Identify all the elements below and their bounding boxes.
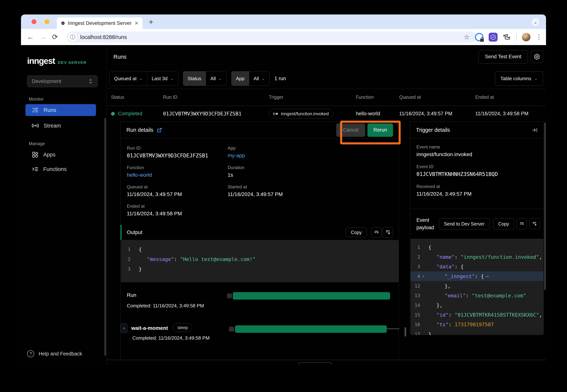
apps-grid-icon xyxy=(32,151,38,158)
run-completed-text: Completed: 11/16/2024, 3:49:58 PM xyxy=(127,303,204,309)
step-type-badge: sleep xyxy=(173,323,192,332)
run-function: hello-world xyxy=(356,111,399,117)
copy-payload-button[interactable]: Copy xyxy=(493,218,514,229)
trigger-badge: inngest/function.invoked xyxy=(269,109,333,119)
chevron-down-icon: ⌄ xyxy=(218,76,222,81)
trigger-panel-scrollbar[interactable] xyxy=(544,123,546,290)
help-and-feedback[interactable]: ? Help and Feedback xyxy=(27,350,82,357)
run-ended-at: 11/16/2024, 3:49:58 PM xyxy=(475,111,546,117)
external-link-icon[interactable] xyxy=(157,127,162,133)
event-icon xyxy=(273,111,279,116)
gear-icon xyxy=(533,53,540,60)
reload-icon[interactable]: ⟳ xyxy=(49,33,61,41)
field-label: Function xyxy=(127,165,228,170)
url-bar[interactable]: ⓘ localhost:8288/runs xyxy=(67,31,477,43)
run-details-panel: Run details Cancel Rerun Run ID01JCVBTMV… xyxy=(120,122,399,360)
monitor-section-label: Monitor xyxy=(29,97,44,102)
tab-close-icon[interactable]: ✕ xyxy=(134,20,139,26)
sidebar-item-functions[interactable]: Functions xyxy=(26,163,96,175)
sidebar-item-label: Stream xyxy=(44,123,61,129)
output-code-block[interactable]: 1{2"message": "Hello test@example.com!"3… xyxy=(121,240,399,282)
main-scrollbar[interactable] xyxy=(104,118,106,356)
load-more-button[interactable] xyxy=(298,362,332,365)
question-icon: ? xyxy=(27,350,34,357)
sidebar-item-stream[interactable]: Stream xyxy=(26,120,96,132)
site-info-icon[interactable]: ⓘ xyxy=(68,33,77,42)
filter-bar: Queued at⌄ Last 3d⌄ Status All⌄ App All⌄… xyxy=(107,68,546,89)
wrap-text-button[interactable] xyxy=(371,227,382,238)
back-icon[interactable]: ← xyxy=(24,33,37,41)
step-expand-button[interactable]: › xyxy=(120,323,128,333)
event-id-value: 01JCVBTMTKNHNHZ3SN64R51BQD xyxy=(416,171,498,177)
output-title: Output xyxy=(127,229,346,235)
output-header: Output Copy xyxy=(120,225,399,240)
step-name[interactable]: wait-a-moment xyxy=(131,325,168,331)
settings-gear-button[interactable] xyxy=(531,51,543,63)
trigger-details-title: Trigger details xyxy=(416,127,450,133)
runs-list-icon xyxy=(32,107,39,113)
collapse-panel-icon[interactable] xyxy=(532,127,538,133)
started-at-value: 11/16/2024, 3:49:57 PM xyxy=(228,191,392,197)
send-to-dev-server-button[interactable]: Send to Dev Server xyxy=(439,218,489,229)
window-minimize-button[interactable] xyxy=(44,19,49,24)
page-title: Runs xyxy=(113,54,479,60)
expand-payload-button[interactable] xyxy=(529,218,540,229)
run-id: 01JCVBTMV3WXY9D3CFDEJFZSB1 xyxy=(163,111,269,117)
sidebar-item-label: Apps xyxy=(43,152,56,158)
sidebar-item-apps[interactable]: Apps xyxy=(26,149,96,161)
status-filter[interactable]: Status All⌄ xyxy=(183,71,227,86)
chevron-right-icon: › xyxy=(123,325,125,331)
time-filter[interactable]: Queued at⌄ Last 3d⌄ xyxy=(109,71,178,86)
tab-search-button[interactable]: ⌄ xyxy=(532,18,539,26)
code-line: 1{ xyxy=(411,242,543,252)
rerun-button[interactable]: Rerun xyxy=(368,124,393,137)
app-filter[interactable]: App All⌄ xyxy=(231,71,270,86)
table-columns-button[interactable]: Table columns⌄ xyxy=(495,71,543,86)
password-extension-icon[interactable] xyxy=(475,33,483,42)
send-test-event-button[interactable]: Send Test Event xyxy=(479,50,528,63)
inngest-favicon-icon xyxy=(61,20,65,27)
purple-extension-icon[interactable] xyxy=(489,33,497,42)
scroll-bottom-icon xyxy=(385,230,391,235)
status-dot xyxy=(111,112,115,116)
code-line: 2"message": "Hello test@example.com!" xyxy=(121,254,399,264)
extensions-puzzle-icon[interactable] xyxy=(503,33,511,41)
profile-avatar[interactable] xyxy=(522,33,530,42)
run-details-fields: Run ID01JCVBTMV3WXY9D3CFDEJFZSB1 Appmy-a… xyxy=(127,145,392,217)
toolbar-divider xyxy=(516,33,517,41)
cancel-button[interactable]: Cancel xyxy=(336,124,365,137)
run-timeline-bar[interactable] xyxy=(233,292,390,300)
browser-tab[interactable]: Inngest Development Server ✕ xyxy=(57,17,142,29)
details-scrollbar[interactable] xyxy=(405,327,406,336)
bookmark-star-icon[interactable]: ☆ xyxy=(464,33,470,41)
step-timeline-bar[interactable] xyxy=(235,325,387,333)
dev-server-badge: DEV SERVER xyxy=(58,60,87,65)
inngest-logo: inngest xyxy=(27,56,55,66)
expand-output-button[interactable] xyxy=(383,227,393,238)
step-trail-line xyxy=(387,329,399,329)
wrap-payload-button[interactable] xyxy=(517,218,527,229)
app-filter-label: App xyxy=(236,76,244,82)
chevron-down-icon: ⌄ xyxy=(139,76,142,81)
browser-menu-icon[interactable]: ⋮ xyxy=(536,33,542,41)
main-area: Runs Send Test Event Queued at⌄ Last 3d⌄ xyxy=(107,45,546,365)
sidebar-item-runs[interactable]: Runs xyxy=(26,104,96,116)
environment-selector[interactable]: Development xyxy=(27,75,98,87)
step-completed-text: Completed: 11/16/2024, 3:49:58 PM xyxy=(132,335,210,341)
app-link[interactable]: my-app xyxy=(228,153,392,158)
window-close-button[interactable] xyxy=(31,19,36,24)
event-payload-title: Event payload xyxy=(416,216,439,231)
field-label: Started at xyxy=(228,184,392,190)
new-tab-button[interactable]: + xyxy=(149,18,153,26)
column-trigger: Trigger xyxy=(269,95,356,100)
code-line: 16"ts": 1731790197587 xyxy=(411,320,543,329)
status-filter-label: Status xyxy=(188,76,201,82)
forward-icon[interactable]: → xyxy=(37,33,49,41)
copy-output-button[interactable]: Copy xyxy=(346,227,367,237)
function-link[interactable]: hello-world xyxy=(127,172,228,178)
field-label: App xyxy=(228,145,392,151)
table-row[interactable]: Completed 01JCVBTMV3WXY9D3CFDEJFZSB1 inn… xyxy=(107,106,546,122)
chevron-down-icon: ⌄ xyxy=(262,76,265,81)
payload-code-block[interactable]: 1{2"name": "inngest/function.invoked",3"… xyxy=(411,239,543,335)
help-label: Help and Feedback xyxy=(39,351,82,357)
